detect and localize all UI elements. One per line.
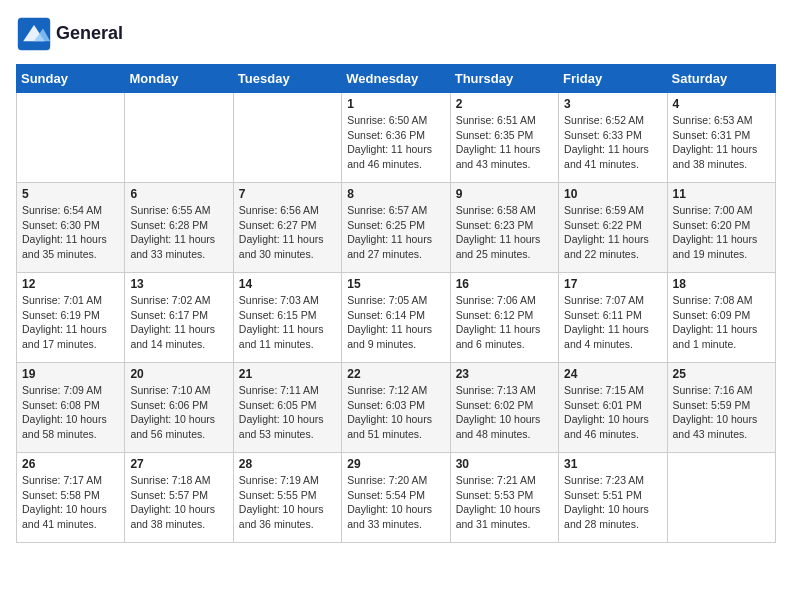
day-cell: 19Sunrise: 7:09 AM Sunset: 6:08 PM Dayli…: [17, 363, 125, 453]
day-number: 26: [22, 457, 119, 471]
day-info: Sunrise: 7:12 AM Sunset: 6:03 PM Dayligh…: [347, 383, 444, 442]
day-cell: [233, 93, 341, 183]
day-number: 9: [456, 187, 553, 201]
logo-icon: [16, 16, 52, 52]
day-info: Sunrise: 6:50 AM Sunset: 6:36 PM Dayligh…: [347, 113, 444, 172]
day-info: Sunrise: 7:05 AM Sunset: 6:14 PM Dayligh…: [347, 293, 444, 352]
day-number: 31: [564, 457, 661, 471]
header-day-monday: Monday: [125, 65, 233, 93]
day-cell: 12Sunrise: 7:01 AM Sunset: 6:19 PM Dayli…: [17, 273, 125, 363]
day-number: 22: [347, 367, 444, 381]
day-number: 20: [130, 367, 227, 381]
day-cell: 17Sunrise: 7:07 AM Sunset: 6:11 PM Dayli…: [559, 273, 667, 363]
day-info: Sunrise: 7:03 AM Sunset: 6:15 PM Dayligh…: [239, 293, 336, 352]
week-row-1: 1Sunrise: 6:50 AM Sunset: 6:36 PM Daylig…: [17, 93, 776, 183]
day-cell: 23Sunrise: 7:13 AM Sunset: 6:02 PM Dayli…: [450, 363, 558, 453]
day-info: Sunrise: 7:16 AM Sunset: 5:59 PM Dayligh…: [673, 383, 770, 442]
day-number: 6: [130, 187, 227, 201]
day-number: 5: [22, 187, 119, 201]
day-number: 24: [564, 367, 661, 381]
day-cell: 25Sunrise: 7:16 AM Sunset: 5:59 PM Dayli…: [667, 363, 775, 453]
day-cell: 2Sunrise: 6:51 AM Sunset: 6:35 PM Daylig…: [450, 93, 558, 183]
day-info: Sunrise: 6:53 AM Sunset: 6:31 PM Dayligh…: [673, 113, 770, 172]
day-info: Sunrise: 7:23 AM Sunset: 5:51 PM Dayligh…: [564, 473, 661, 532]
day-info: Sunrise: 7:11 AM Sunset: 6:05 PM Dayligh…: [239, 383, 336, 442]
day-info: Sunrise: 7:08 AM Sunset: 6:09 PM Dayligh…: [673, 293, 770, 352]
day-cell: 22Sunrise: 7:12 AM Sunset: 6:03 PM Dayli…: [342, 363, 450, 453]
day-cell: 14Sunrise: 7:03 AM Sunset: 6:15 PM Dayli…: [233, 273, 341, 363]
day-info: Sunrise: 7:06 AM Sunset: 6:12 PM Dayligh…: [456, 293, 553, 352]
day-number: 10: [564, 187, 661, 201]
day-number: 3: [564, 97, 661, 111]
day-info: Sunrise: 6:55 AM Sunset: 6:28 PM Dayligh…: [130, 203, 227, 262]
day-number: 1: [347, 97, 444, 111]
day-cell: 28Sunrise: 7:19 AM Sunset: 5:55 PM Dayli…: [233, 453, 341, 543]
day-cell: [667, 453, 775, 543]
day-info: Sunrise: 7:20 AM Sunset: 5:54 PM Dayligh…: [347, 473, 444, 532]
day-info: Sunrise: 6:51 AM Sunset: 6:35 PM Dayligh…: [456, 113, 553, 172]
day-cell: [125, 93, 233, 183]
week-row-5: 26Sunrise: 7:17 AM Sunset: 5:58 PM Dayli…: [17, 453, 776, 543]
header-day-friday: Friday: [559, 65, 667, 93]
day-info: Sunrise: 7:07 AM Sunset: 6:11 PM Dayligh…: [564, 293, 661, 352]
day-cell: 29Sunrise: 7:20 AM Sunset: 5:54 PM Dayli…: [342, 453, 450, 543]
day-number: 27: [130, 457, 227, 471]
day-info: Sunrise: 7:18 AM Sunset: 5:57 PM Dayligh…: [130, 473, 227, 532]
day-number: 4: [673, 97, 770, 111]
day-number: 29: [347, 457, 444, 471]
day-cell: 6Sunrise: 6:55 AM Sunset: 6:28 PM Daylig…: [125, 183, 233, 273]
day-cell: 15Sunrise: 7:05 AM Sunset: 6:14 PM Dayli…: [342, 273, 450, 363]
day-number: 12: [22, 277, 119, 291]
day-info: Sunrise: 7:17 AM Sunset: 5:58 PM Dayligh…: [22, 473, 119, 532]
day-info: Sunrise: 7:15 AM Sunset: 6:01 PM Dayligh…: [564, 383, 661, 442]
day-info: Sunrise: 6:58 AM Sunset: 6:23 PM Dayligh…: [456, 203, 553, 262]
day-info: Sunrise: 7:01 AM Sunset: 6:19 PM Dayligh…: [22, 293, 119, 352]
logo: General: [16, 16, 123, 52]
day-number: 19: [22, 367, 119, 381]
logo-text: General: [56, 24, 123, 44]
week-row-3: 12Sunrise: 7:01 AM Sunset: 6:19 PM Dayli…: [17, 273, 776, 363]
day-cell: 9Sunrise: 6:58 AM Sunset: 6:23 PM Daylig…: [450, 183, 558, 273]
day-cell: 13Sunrise: 7:02 AM Sunset: 6:17 PM Dayli…: [125, 273, 233, 363]
week-row-4: 19Sunrise: 7:09 AM Sunset: 6:08 PM Dayli…: [17, 363, 776, 453]
day-cell: 16Sunrise: 7:06 AM Sunset: 6:12 PM Dayli…: [450, 273, 558, 363]
day-info: Sunrise: 7:19 AM Sunset: 5:55 PM Dayligh…: [239, 473, 336, 532]
header-day-thursday: Thursday: [450, 65, 558, 93]
day-number: 8: [347, 187, 444, 201]
day-info: Sunrise: 7:13 AM Sunset: 6:02 PM Dayligh…: [456, 383, 553, 442]
day-number: 25: [673, 367, 770, 381]
day-number: 13: [130, 277, 227, 291]
day-number: 2: [456, 97, 553, 111]
day-number: 28: [239, 457, 336, 471]
day-cell: 10Sunrise: 6:59 AM Sunset: 6:22 PM Dayli…: [559, 183, 667, 273]
day-cell: 24Sunrise: 7:15 AM Sunset: 6:01 PM Dayli…: [559, 363, 667, 453]
day-cell: [17, 93, 125, 183]
header-day-sunday: Sunday: [17, 65, 125, 93]
day-cell: 31Sunrise: 7:23 AM Sunset: 5:51 PM Dayli…: [559, 453, 667, 543]
day-info: Sunrise: 7:02 AM Sunset: 6:17 PM Dayligh…: [130, 293, 227, 352]
day-cell: 18Sunrise: 7:08 AM Sunset: 6:09 PM Dayli…: [667, 273, 775, 363]
day-cell: 1Sunrise: 6:50 AM Sunset: 6:36 PM Daylig…: [342, 93, 450, 183]
day-cell: 3Sunrise: 6:52 AM Sunset: 6:33 PM Daylig…: [559, 93, 667, 183]
day-cell: 21Sunrise: 7:11 AM Sunset: 6:05 PM Dayli…: [233, 363, 341, 453]
page-header: General: [16, 16, 776, 52]
day-info: Sunrise: 7:10 AM Sunset: 6:06 PM Dayligh…: [130, 383, 227, 442]
day-cell: 26Sunrise: 7:17 AM Sunset: 5:58 PM Dayli…: [17, 453, 125, 543]
header-day-tuesday: Tuesday: [233, 65, 341, 93]
day-cell: 5Sunrise: 6:54 AM Sunset: 6:30 PM Daylig…: [17, 183, 125, 273]
day-number: 16: [456, 277, 553, 291]
day-info: Sunrise: 7:21 AM Sunset: 5:53 PM Dayligh…: [456, 473, 553, 532]
day-cell: 4Sunrise: 6:53 AM Sunset: 6:31 PM Daylig…: [667, 93, 775, 183]
day-cell: 11Sunrise: 7:00 AM Sunset: 6:20 PM Dayli…: [667, 183, 775, 273]
day-number: 30: [456, 457, 553, 471]
day-number: 18: [673, 277, 770, 291]
day-number: 11: [673, 187, 770, 201]
day-info: Sunrise: 6:54 AM Sunset: 6:30 PM Dayligh…: [22, 203, 119, 262]
day-cell: 27Sunrise: 7:18 AM Sunset: 5:57 PM Dayli…: [125, 453, 233, 543]
day-number: 23: [456, 367, 553, 381]
day-number: 21: [239, 367, 336, 381]
day-info: Sunrise: 6:52 AM Sunset: 6:33 PM Dayligh…: [564, 113, 661, 172]
week-row-2: 5Sunrise: 6:54 AM Sunset: 6:30 PM Daylig…: [17, 183, 776, 273]
day-info: Sunrise: 6:57 AM Sunset: 6:25 PM Dayligh…: [347, 203, 444, 262]
day-number: 17: [564, 277, 661, 291]
